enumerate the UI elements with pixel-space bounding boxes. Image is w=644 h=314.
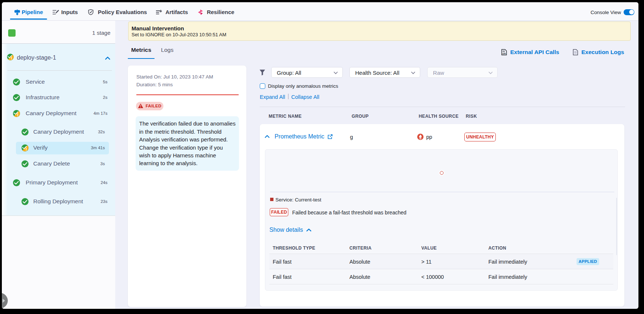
svg-text:API: API [502, 53, 506, 55]
